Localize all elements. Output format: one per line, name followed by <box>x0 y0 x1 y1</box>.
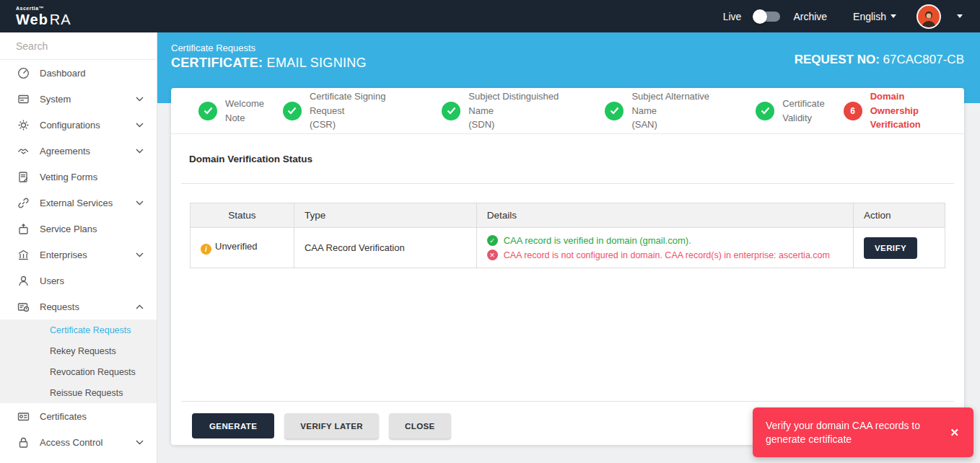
type-cell: CAA Record Verification <box>294 228 476 268</box>
requests-submenu: Certificate Requests Rekey Requests Revo… <box>0 319 157 403</box>
sidebar-item-requests[interactable]: Requests <box>0 294 157 319</box>
account-menu-chevron-icon[interactable] <box>957 14 963 18</box>
chevron-down-icon <box>136 123 144 128</box>
chevron-down-icon <box>136 97 144 102</box>
toggle-knob[interactable] <box>753 9 767 24</box>
live-label: Live <box>723 11 742 22</box>
user-avatar[interactable] <box>918 6 940 27</box>
step-san[interactable]: Subject Alternative Name(SAN) <box>605 89 737 132</box>
breadcrumb: Certificate Requests <box>171 43 255 53</box>
bank-icon <box>17 249 30 261</box>
domain-verification-table: Status Type Details Action iUnverified C… <box>190 203 945 268</box>
column-header-action: Action <box>854 203 945 228</box>
check-icon <box>442 102 460 120</box>
package-icon <box>17 223 30 235</box>
request-number: REQUEST NO: 67CAC807-CB <box>795 53 964 67</box>
sidebar-item-vetting-forms[interactable]: Vetting Forms <box>0 164 157 190</box>
step-domain-ownership-verification[interactable]: 6 Domain OwnershipVerification <box>844 89 955 132</box>
cross-circle-icon: ✕ <box>487 250 498 260</box>
user-icon <box>17 275 30 287</box>
status-badge: Unverified <box>215 241 258 252</box>
lock-icon <box>17 436 30 449</box>
sidebar-item-revocation-requests[interactable]: Revocation Requests <box>0 361 157 382</box>
person-icon <box>921 9 937 27</box>
sidebar-item-rekey-requests[interactable]: Rekey Requests <box>0 340 157 361</box>
sidebar-item-users[interactable]: Users <box>0 268 157 294</box>
column-header-status: Status <box>191 203 294 228</box>
toast-message: Verify your domain CAA records to genera… <box>766 419 945 446</box>
sidebar-item-service-plans[interactable]: Service Plans <box>0 216 157 242</box>
gauge-icon <box>17 67 30 79</box>
chevron-down-icon <box>136 252 144 257</box>
brand-webra: WebRA <box>16 12 71 27</box>
archive-label: Archive <box>793 11 827 22</box>
step-certificate-validity[interactable]: CertificateValidity <box>756 97 825 125</box>
step-number-badge: 6 <box>844 102 862 120</box>
section-heading: Domain Verification Status <box>171 134 964 164</box>
verify-button[interactable]: VERIFY <box>864 237 917 259</box>
sidebar-item-dashboard[interactable]: Dashboard <box>0 60 157 86</box>
check-icon <box>605 102 624 120</box>
close-button[interactable]: CLOSE <box>389 413 451 438</box>
handshake-icon <box>17 145 30 157</box>
sidebar-item-reissue-requests[interactable]: Reissue Requests <box>0 382 157 403</box>
chevron-down-icon <box>136 149 144 154</box>
footer-divider <box>181 401 954 402</box>
certificate-icon <box>17 410 30 423</box>
divider <box>181 183 954 184</box>
check-icon <box>283 102 302 120</box>
generate-button[interactable]: GENERATE <box>192 413 274 438</box>
step-csr[interactable]: Certificate Signing Request(CSR) <box>283 89 423 132</box>
footer-buttons: GENERATE VERIFY LATER CLOSE <box>192 413 451 438</box>
info-icon: i <box>201 244 211 255</box>
table-row: iUnverified CAA Record Verification ✓CAA… <box>191 228 945 268</box>
action-cell: VERIFY <box>854 228 945 268</box>
toast-close-icon[interactable]: ✕ <box>945 423 963 442</box>
page-title: CERTIFICATE: EMAIL SIGNING <box>171 56 367 71</box>
column-header-type: Type <box>294 203 476 228</box>
request-icon <box>17 301 30 313</box>
sidebar-search <box>0 32 157 60</box>
detail-error-text: CAA record is not configured in domain. … <box>504 248 830 263</box>
column-header-details: Details <box>476 203 853 228</box>
check-circle-icon: ✓ <box>487 235 498 246</box>
status-cell: iUnverified <box>191 228 294 268</box>
check-icon <box>756 102 774 120</box>
step-welcome-note[interactable]: WelcomeNote <box>198 97 264 125</box>
live-archive-toggle[interactable] <box>754 12 780 22</box>
chevron-down-icon <box>136 440 144 445</box>
brand-ascertia: Ascertia™ <box>16 6 71 11</box>
link-icon <box>17 197 30 209</box>
details-cell: ✓CAA record is verified in domain (gmail… <box>476 228 853 268</box>
sidebar-item-certificates[interactable]: Certificates <box>0 403 157 429</box>
form-icon <box>17 171 30 183</box>
system-icon <box>17 93 30 105</box>
sidebar-item-enterprises[interactable]: Enterprises <box>0 242 157 268</box>
chevron-down-icon <box>136 200 144 206</box>
sidebar-item-external-services[interactable]: External Services <box>0 190 157 216</box>
wizard-stepper: WelcomeNote Certificate Signing Request(… <box>171 88 964 134</box>
sidebar-item-configurations[interactable]: Configurations <box>0 112 157 138</box>
language-selector[interactable]: English <box>853 11 896 22</box>
table-header-row: Status Type Details Action <box>191 203 945 228</box>
sidebar-item-certificate-requests[interactable]: Certificate Requests <box>0 319 157 340</box>
sidebar: Dashboard System Configurations Agreemen… <box>0 32 157 463</box>
chevron-up-icon <box>136 304 144 309</box>
detail-success-text: CAA record is verified in domain (gmail.… <box>504 234 691 248</box>
sidebar-item-system[interactable]: System <box>0 86 157 112</box>
error-toast: Verify your domain CAA records to genera… <box>753 407 974 457</box>
main-area: Certificate Requests CERTIFICATE: EMAIL … <box>157 32 980 463</box>
verify-later-button[interactable]: VERIFY LATER <box>284 413 379 438</box>
sidebar-item-access-control[interactable]: Access Control <box>0 429 157 455</box>
certificate-card: WelcomeNote Certificate Signing Request(… <box>171 88 964 445</box>
topbar: Ascertia™ WebRA Live Archive English <box>0 0 980 32</box>
check-icon <box>198 102 217 120</box>
app-logo: Ascertia™ WebRA <box>0 6 71 27</box>
language-label: English <box>853 11 886 22</box>
sidebar-item-agreements[interactable]: Agreements <box>0 138 157 164</box>
search-input[interactable] <box>16 40 146 52</box>
step-sdn[interactable]: Subject Distinguished Name(SDN) <box>442 89 586 132</box>
gear-icon <box>17 119 30 131</box>
chevron-down-icon <box>891 14 896 18</box>
